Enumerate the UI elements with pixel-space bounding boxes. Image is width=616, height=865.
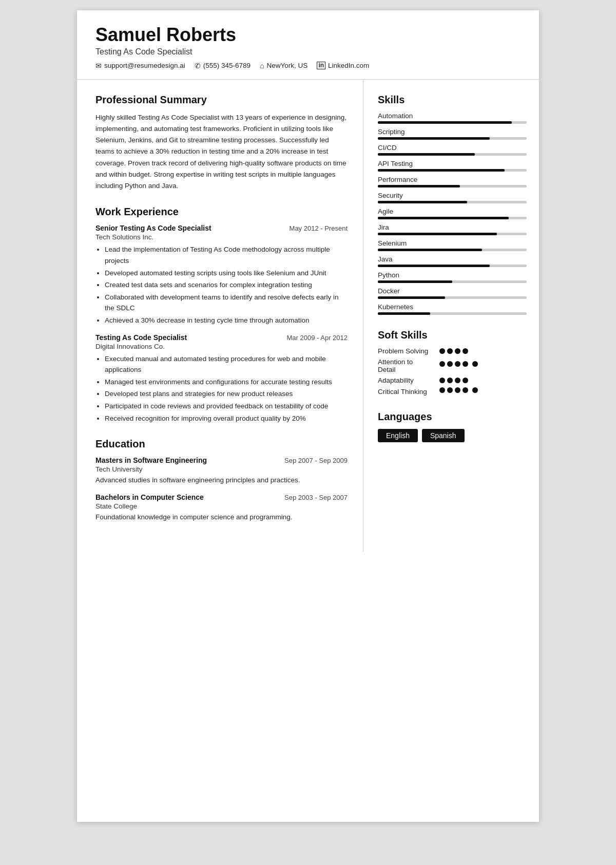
phone-text: (555) 345-6789 [203, 62, 251, 69]
soft-skill-dots [439, 348, 468, 354]
degree-2-header: Bachelors in Computer Science Sep 2003 -… [95, 493, 348, 501]
soft-skills-title: Soft Skills [378, 329, 527, 341]
skills-section: Skills Automation Scripting CI/CD API Te… [378, 94, 527, 315]
skill-item: Java [378, 255, 527, 267]
dot [455, 378, 460, 383]
skill-bar-bg [378, 169, 527, 172]
summary-text: Highly skilled Testing As Code Specialis… [95, 112, 348, 192]
job-2: Testing As Code Specialist Mar 2009 - Ap… [95, 333, 348, 424]
contact-phone: ✆ (555) 345-6789 [195, 62, 251, 70]
skill-bar-fill [378, 217, 509, 219]
skill-bar-fill [378, 185, 460, 187]
skill-bar-fill [378, 153, 475, 156]
skill-bar-bg [378, 185, 527, 187]
list-item: Developed automated testing scripts usin… [105, 268, 348, 279]
degree-2-desc: Foundational knowledge in computer scien… [95, 512, 348, 523]
phone-icon: ✆ [195, 62, 201, 70]
summary-title: Professional Summary [95, 94, 348, 106]
dot [447, 387, 453, 393]
degree-1-name: Masters in Software Engineering [95, 456, 207, 464]
degree-1-dates: Sep 2007 - Sep 2009 [284, 457, 348, 464]
dot [455, 361, 460, 367]
skill-item: Jira [378, 223, 527, 235]
contact-email: ✉ support@resumedesign.ai [95, 62, 185, 70]
email-icon: ✉ [95, 62, 102, 70]
skill-bar-bg [378, 217, 527, 219]
dot [439, 387, 445, 393]
candidate-name: Samuel Roberts [95, 25, 521, 45]
location-icon: ⌂ [260, 62, 264, 70]
skill-bar-fill [378, 249, 482, 251]
dot [472, 361, 478, 367]
skill-bar-bg [378, 121, 527, 124]
resume-header: Samuel Roberts Testing As Code Specialis… [77, 10, 539, 80]
list-item: Managed test environments and configurat… [105, 377, 348, 388]
soft-skill-name: Adaptability [378, 377, 434, 384]
dot [463, 387, 468, 393]
skill-bar-fill [378, 201, 467, 203]
dot [447, 378, 453, 383]
skill-item: Scripting [378, 128, 527, 140]
job-1-header: Senior Testing As Code Specialist May 20… [95, 224, 348, 232]
skill-bar-fill [378, 312, 430, 315]
list-item: Lead the implementation of Testing As Co… [105, 244, 348, 266]
skill-item: Selenium [378, 239, 527, 251]
soft-skill-dots [439, 361, 478, 370]
skills-title: Skills [378, 94, 527, 106]
job-2-header: Testing As Code Specialist Mar 2009 - Ap… [95, 333, 348, 342]
soft-skill-item: Adaptability [378, 377, 527, 384]
degree-2: Bachelors in Computer Science Sep 2003 -… [95, 493, 348, 523]
soft-skill-item: Problem Solving [378, 347, 527, 355]
job-2-dates: Mar 2009 - Apr 2012 [286, 334, 348, 342]
skill-bar-fill [378, 121, 512, 124]
soft-skill-name: Critical Thinking [378, 388, 434, 396]
skill-bar-bg [378, 312, 527, 315]
dot [447, 361, 453, 367]
skill-item: Kubernetes [378, 303, 527, 315]
dot [439, 378, 445, 383]
dot [447, 348, 453, 354]
soft-skill-dots [439, 387, 478, 397]
job-1: Senior Testing As Code Specialist May 20… [95, 224, 348, 326]
soft-skill-dots [439, 378, 468, 383]
education-section: Education Masters in Software Engineerin… [95, 438, 348, 523]
linkedin-icon: in [317, 62, 325, 69]
degree-1-desc: Advanced studies in software engineering… [95, 475, 348, 486]
soft-skill-item: Attention toDetail [378, 358, 527, 373]
language-tags: English Spanish [378, 429, 527, 442]
language-english: English [378, 429, 418, 442]
skill-item: Agile [378, 208, 527, 219]
job-2-bullets: Executed manual and automated testing pr… [95, 353, 348, 424]
skill-bar-fill [378, 265, 490, 267]
skill-item: Python [378, 271, 527, 283]
skill-item: Docker [378, 287, 527, 299]
skill-bar-bg [378, 137, 527, 140]
list-item: Achieved a 30% decrease in testing cycle… [105, 315, 348, 326]
degree-2-name: Bachelors in Computer Science [95, 493, 204, 501]
list-item: Executed manual and automated testing pr… [105, 353, 348, 375]
contact-list: ✉ support@resumedesign.ai ✆ (555) 345-67… [95, 62, 521, 70]
skill-bar-fill [378, 169, 505, 172]
skill-bar-bg [378, 201, 527, 203]
skill-bar-fill [378, 280, 452, 283]
skill-bar-bg [378, 280, 527, 283]
contact-location: ⌂ NewYork, US [260, 62, 307, 70]
soft-skill-name: Problem Solving [378, 347, 434, 355]
dot [472, 387, 478, 393]
skill-bar-bg [378, 249, 527, 251]
work-experience-section: Work Experience Senior Testing As Code S… [95, 206, 348, 424]
list-item: Participated in code reviews and provide… [105, 401, 348, 412]
dot [455, 348, 460, 354]
list-item: Created test data sets and scenarios for… [105, 279, 348, 291]
degree-1-school: Tech University [95, 465, 348, 473]
job-1-bullets: Lead the implementation of Testing As Co… [95, 244, 348, 326]
list-item: Collaborated with development teams to i… [105, 292, 348, 314]
dot [439, 361, 445, 367]
job-2-title: Testing As Code Specialist [95, 333, 187, 342]
soft-skill-item: Critical Thinking [378, 387, 527, 397]
skill-bar-fill [378, 233, 497, 235]
skill-bar-bg [378, 296, 527, 299]
education-title: Education [95, 438, 348, 450]
skill-bar-bg [378, 153, 527, 156]
job-1-dates: May 2012 - Present [290, 224, 348, 232]
